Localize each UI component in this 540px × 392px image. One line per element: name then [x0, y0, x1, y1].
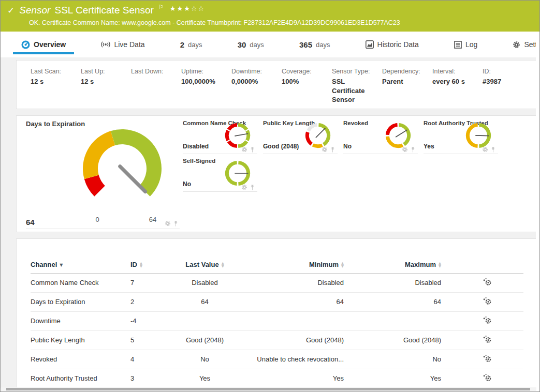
gauge-scale-max: 64: [146, 216, 159, 223]
tab-overview[interactable]: Overview: [13, 32, 74, 57]
pin-icon[interactable]: [490, 147, 496, 153]
info-last-scan: Last Scan:12 s: [31, 68, 81, 104]
star-rating[interactable]: ★★★☆☆: [170, 5, 205, 12]
channel-name[interactable]: Days to Expiration: [31, 293, 130, 312]
info-value: SSL Certificate Sensor: [332, 77, 370, 104]
gear-icon[interactable]: [402, 146, 408, 153]
channel-settings-cell: [441, 312, 523, 331]
column-header-maximum[interactable]: Maximum▲▼: [344, 261, 441, 274]
horizontal-scrollbar-track[interactable]: [1, 387, 536, 391]
column-header-id[interactable]: ID▲▼: [130, 261, 180, 274]
tab-log[interactable]: Log: [446, 32, 486, 57]
column-header-last-value[interactable]: Last Value▲▼: [180, 261, 230, 274]
channels-panel: Channel▼ID▲▼Last Value▲▼Minimum▲▼Maximum…: [16, 238, 536, 388]
column-header-channel[interactable]: Channel▼: [31, 261, 130, 274]
content-area: OverviewLive Data2days30days365daysHisto…: [1, 32, 537, 388]
tab-2-days[interactable]: 2days: [172, 32, 211, 57]
horizontal-scrollbar-thumb[interactable]: [6, 388, 530, 390]
tab-30-days[interactable]: 30days: [229, 32, 272, 57]
channel-row-common-name-check: Common Name Check7DisabledDisabledDisabl…: [31, 274, 523, 293]
tab-number: 30: [238, 40, 246, 49]
channel-settings-icon[interactable]: [483, 356, 492, 364]
status-message: OK. Certificate Common Name: www.google.…: [7, 16, 539, 26]
gauge-dial: [465, 122, 492, 149]
channel-settings-icon[interactable]: [483, 337, 492, 345]
pin-icon[interactable]: [250, 185, 255, 190]
channel-settings-icon[interactable]: [483, 318, 492, 326]
tab-label: days: [188, 41, 202, 49]
channel-name[interactable]: Public Key Length: [31, 331, 130, 350]
chart-icon: [366, 40, 374, 49]
channels-table: Channel▼ID▲▼Last Value▲▼Minimum▲▼Maximum…: [31, 261, 523, 388]
tab-bar: OverviewLive Data2days30days365daysHisto…: [1, 32, 537, 57]
tab-live-data[interactable]: Live Data: [93, 32, 153, 57]
gear-icon[interactable]: [241, 184, 247, 190]
object-kind-label: Sensor: [19, 5, 50, 16]
info-sensor-type: Sensor Type:SSL Certificate Sensor: [332, 68, 382, 104]
channel-row-public-key-length: Public Key Length5Good (2048)Good (2048)…: [31, 331, 523, 350]
flag-icon[interactable]: ⚐: [158, 4, 164, 10]
channel-name[interactable]: Common Name Check: [31, 274, 130, 293]
channel-minimum: Unable to check revocation...: [230, 350, 344, 369]
column-label: ID: [130, 261, 137, 268]
info-interval: Interval:every 60 s: [432, 68, 483, 104]
gauge-common-name-check: Common Name CheckDisabled: [183, 120, 257, 154]
gauge-scale-min: 0: [92, 216, 103, 223]
gauge-actions: [241, 146, 255, 153]
channel-name[interactable]: Root Authority Trusted: [31, 369, 130, 388]
channel-minimum: [230, 312, 344, 331]
channel-id: 7: [130, 274, 180, 293]
tab-365-days[interactable]: 365days: [291, 32, 339, 57]
channel-maximum: [344, 312, 441, 331]
tab-settings[interactable]: Settings: [504, 32, 537, 57]
channel-settings-icon[interactable]: [483, 375, 492, 383]
gear-icon[interactable]: [165, 220, 171, 227]
info-label: Last Down:: [131, 68, 181, 75]
gauge-days-to-expiration: Days to Expiration 64 0 64: [26, 120, 180, 229]
pin-icon[interactable]: [410, 147, 416, 153]
tab-label: days: [250, 41, 264, 49]
vertical-scrollbar-track[interactable]: [536, 32, 539, 388]
channel-settings-cell: [441, 350, 523, 369]
broadcast-icon: [101, 40, 110, 49]
gear-icon[interactable]: [322, 146, 328, 153]
channel-settings-icon[interactable]: [483, 299, 492, 307]
info-label: Uptime:: [181, 68, 231, 75]
gauges-panel: Days to Expiration 64 0 64 Common Name C…: [16, 115, 536, 232]
channel-settings-cell: [441, 274, 523, 293]
gauge-value: 64: [26, 218, 35, 227]
channel-id: 2: [130, 293, 180, 312]
channel-minimum: 64: [230, 293, 344, 312]
info-label: Coverage:: [282, 68, 332, 75]
status-ok-icon: ✓: [7, 5, 14, 16]
channel-id: 3: [130, 369, 180, 388]
column-label: Minimum: [309, 261, 339, 268]
gauge-actions: [402, 146, 416, 153]
gear-icon[interactable]: [482, 146, 488, 153]
channel-name[interactable]: Downtime: [31, 312, 130, 331]
pin-icon[interactable]: [173, 221, 179, 227]
info-uptime: Uptime:100,0000%: [181, 68, 231, 104]
channel-id: 5: [130, 331, 180, 350]
pin-icon[interactable]: [330, 147, 335, 153]
column-header-minimum[interactable]: Minimum▲▼: [230, 261, 344, 274]
gauge-value: Yes: [424, 143, 434, 150]
gauge-actions: [241, 184, 255, 190]
info-label: Downtime:: [231, 68, 282, 75]
info-grid: Last Scan:12 sLast Up:12 sLast Down:Upti…: [31, 68, 536, 104]
gauge-dial: [76, 126, 169, 204]
channel-settings-icon[interactable]: [483, 280, 492, 288]
gauge-root-authority-trusted: Root Authority TrustedYes: [424, 120, 498, 154]
channel-name[interactable]: Revoked: [31, 350, 130, 369]
gear-icon[interactable]: [241, 146, 247, 153]
channel-settings-cell: [441, 293, 523, 312]
info-label: Sensor Type:: [332, 68, 382, 75]
channel-row-root-authority-trusted: Root Authority Trusted3YesYesYes: [31, 369, 523, 388]
channel-row-downtime: Downtime-4: [31, 312, 523, 331]
pin-icon[interactable]: [250, 147, 255, 153]
info-value: 100%: [282, 77, 320, 86]
log-icon: [454, 41, 462, 49]
info-label: Dependency:: [382, 68, 432, 75]
tab-historic-data[interactable]: Historic Data: [357, 32, 427, 57]
info-value: 12 s: [81, 77, 119, 86]
